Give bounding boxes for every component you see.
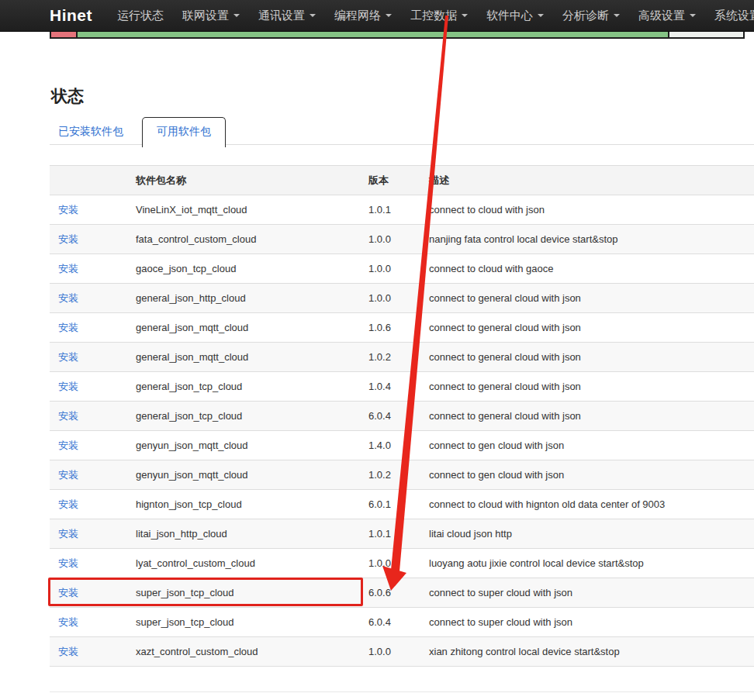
package-name: lyat_control_custom_cloud <box>130 549 362 578</box>
navbar-menu: 运行状态 联网设置 通讯设置 编程网络 工控数据 软件中心 分析诊断 高级设置 … <box>108 0 754 31</box>
package-description: connect to general cloud with json <box>423 402 754 431</box>
package-version: 1.0.6 <box>362 313 423 343</box>
package-name: general_json_http_cloud <box>130 284 362 313</box>
nav-item-工控数据[interactable]: 工控数据 <box>401 0 477 31</box>
package-description: connect to general cloud with json <box>423 284 754 313</box>
nav-item-label: 系统设置 <box>714 9 754 23</box>
table-row: 安装 fata_control_custom_cloud 1.0.0 nanji… <box>50 225 754 254</box>
nav-item-联网设置[interactable]: 联网设置 <box>173 0 249 31</box>
nav-item-label: 联网设置 <box>182 9 229 23</box>
package-name: VineLinX_iot_mqtt_cloud <box>130 195 362 225</box>
nav-item-通讯设置[interactable]: 通讯设置 <box>249 0 325 31</box>
tabs-bar: 已安装软件包 可用软件包 <box>50 117 226 147</box>
package-name: genyun_json_mqtt_cloud <box>130 460 362 490</box>
table-row: 安装 general_json_mqtt_cloud 1.0.6 connect… <box>50 313 754 343</box>
header-action <box>50 166 130 195</box>
package-version: 1.0.4 <box>362 372 423 402</box>
package-version: 1.0.1 <box>362 195 423 225</box>
caret-down-icon <box>614 14 620 17</box>
install-link[interactable]: 安装 <box>58 528 78 540</box>
caret-down-icon <box>538 14 544 17</box>
package-version: 1.0.2 <box>362 343 423 372</box>
nav-item-分析诊断[interactable]: 分析诊断 <box>553 0 629 31</box>
install-link[interactable]: 安装 <box>58 233 78 245</box>
package-name: general_json_tcp_cloud <box>130 372 362 402</box>
nav-item-运行状态[interactable]: 运行状态 <box>108 0 173 31</box>
install-link[interactable]: 安装 <box>58 351 78 363</box>
nav-item-软件中心[interactable]: 软件中心 <box>477 0 553 31</box>
table-header-row: 软件包名称 版本 描述 <box>50 166 754 195</box>
table-row: 安装 litai_json_http_cloud 1.0.1 litai clo… <box>50 519 754 549</box>
table-row: 安装 super_json_tcp_cloud 6.0.4 connect to… <box>50 608 754 637</box>
package-name: hignton_json_tcp_cloud <box>130 490 362 519</box>
install-link[interactable]: 安装 <box>58 616 78 628</box>
install-link[interactable]: 安装 <box>58 410 78 422</box>
brand-logo[interactable]: Hinet <box>50 6 92 25</box>
package-version: 1.0.0 <box>362 284 423 313</box>
install-link[interactable]: 安装 <box>58 381 78 392</box>
package-name: litai_json_http_cloud <box>130 519 362 549</box>
install-link[interactable]: 安装 <box>58 557 78 569</box>
header-package-name: 软件包名称 <box>130 166 362 195</box>
table-row: 安装 xazt_control_custom_cloud 1.0.0 xian … <box>50 637 754 667</box>
table-row: 安装 general_json_http_cloud 1.0.0 connect… <box>50 284 754 313</box>
install-link[interactable]: 安装 <box>58 204 78 216</box>
caret-down-icon <box>386 14 392 17</box>
nav-item-编程网络[interactable]: 编程网络 <box>325 0 401 31</box>
caret-down-icon <box>690 14 696 17</box>
package-name: xazt_control_custom_cloud <box>130 637 362 667</box>
package-name: general_json_tcp_cloud <box>130 402 362 431</box>
nav-item-label: 通讯设置 <box>258 9 305 23</box>
package-description: connect to gen cloud with json <box>423 431 754 460</box>
package-version: 1.0.0 <box>362 637 423 667</box>
package-name: super_json_tcp_cloud <box>130 578 362 608</box>
package-description: connect to general cloud with json <box>423 372 754 402</box>
tab-available-packages[interactable]: 可用软件包 <box>142 117 226 147</box>
install-link[interactable]: 安装 <box>58 263 78 274</box>
nav-item-label: 工控数据 <box>410 9 457 23</box>
page-title: 状态 <box>51 85 84 107</box>
header-version: 版本 <box>362 166 423 195</box>
package-version: 6.0.4 <box>362 402 423 431</box>
install-link[interactable]: 安装 <box>58 292 78 304</box>
caret-down-icon <box>462 14 468 17</box>
install-link[interactable]: 安装 <box>58 646 78 657</box>
package-description: connect to cloud with hignton old data c… <box>423 490 754 519</box>
install-link[interactable]: 安装 <box>58 322 78 333</box>
tab-installed-packages[interactable]: 已安装软件包 <box>50 117 132 145</box>
table-row: 安装 gaoce_json_tcp_cloud 1.0.0 connect to… <box>50 254 754 284</box>
install-link[interactable]: 安装 <box>58 587 78 598</box>
table-row: 安装 lyat_control_custom_cloud 1.0.0 luoya… <box>50 549 754 578</box>
top-navbar: Hinet 运行状态 联网设置 通讯设置 编程网络 工控数据 软件中心 分析诊断… <box>0 0 754 32</box>
package-version: 6.0.4 <box>362 608 423 637</box>
package-version: 6.0.6 <box>362 578 423 608</box>
nav-item-label: 高级设置 <box>638 9 685 23</box>
package-description: nanjing fata control local device start&… <box>423 225 754 254</box>
table-row: 安装 genyun_json_mqtt_cloud 1.0.2 connect … <box>50 460 754 490</box>
package-description: connect to cloud with json <box>423 195 754 225</box>
package-description: luoyang aotu jixie control local device … <box>423 549 754 578</box>
page: Hinet 运行状态 联网设置 通讯设置 编程网络 工控数据 软件中心 分析诊断… <box>0 0 754 700</box>
package-version: 1.0.0 <box>362 225 423 254</box>
table-row: 安装 VineLinX_iot_mqtt_cloud 1.0.1 connect… <box>50 195 754 225</box>
package-version: 1.0.0 <box>362 549 423 578</box>
package-version: 6.0.1 <box>362 490 423 519</box>
package-table: 软件包名称 版本 描述 安装 VineLinX_iot_mqtt_cloud 1… <box>50 165 754 667</box>
install-link[interactable]: 安装 <box>58 469 78 481</box>
package-description: connect to super cloud with json <box>423 608 754 637</box>
package-description: litai cloud json http <box>423 519 754 549</box>
package-name: fata_control_custom_cloud <box>130 225 362 254</box>
package-name: super_json_tcp_cloud <box>130 608 362 637</box>
package-version: 1.0.2 <box>362 460 423 490</box>
package-name: genyun_json_mqtt_cloud <box>130 431 362 460</box>
nav-item-系统设置[interactable]: 系统设置 <box>705 0 754 31</box>
nav-item-label: 软件中心 <box>486 9 533 23</box>
header-description: 描述 <box>423 166 754 195</box>
table-row-highlighted: 安装 super_json_tcp_cloud 6.0.6 connect to… <box>50 578 754 608</box>
install-link[interactable]: 安装 <box>58 498 78 510</box>
table-row: 安装 genyun_json_mqtt_cloud 1.4.0 connect … <box>50 431 754 460</box>
nav-item-高级设置[interactable]: 高级设置 <box>629 0 705 31</box>
package-name: gaoce_json_tcp_cloud <box>130 254 362 284</box>
install-link[interactable]: 安装 <box>58 440 78 451</box>
nav-item-label: 分析诊断 <box>562 9 609 23</box>
